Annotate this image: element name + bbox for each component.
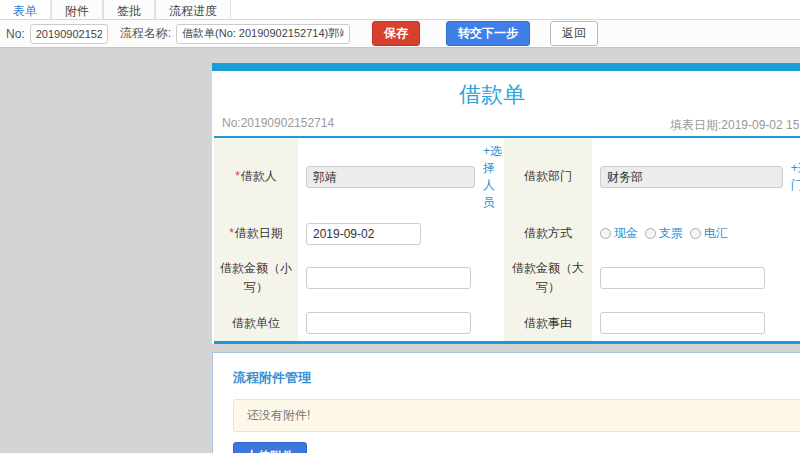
radio-icon (600, 228, 611, 239)
attachments-panel: 流程附件管理 还没有附件! 上传附件 (212, 352, 800, 453)
loan-form-panel: 借款单 No:20190902152714 填表日期:2019-09-02 15… (212, 63, 800, 344)
page-title: 借款单 (212, 71, 772, 116)
loan-reason-input[interactable] (600, 312, 765, 334)
borrower-label: *借款人 (214, 138, 298, 216)
required-mark: * (235, 167, 240, 186)
top-tab-bar: 表单 附件 签批 流程进度 (0, 0, 800, 20)
department-field: +选择部门 (592, 138, 800, 216)
radio-icon (690, 228, 701, 239)
required-mark: * (229, 224, 234, 243)
back-button[interactable]: 返回 (550, 21, 598, 46)
form-meta-row: No:20190902152714 填表日期:2019-09-02 15:27:… (212, 116, 800, 136)
panel-top-accent-bar (212, 63, 800, 71)
save-button[interactable]: 保存 (372, 21, 420, 46)
loan-unit-field (298, 306, 504, 341)
loan-method-field: 现金 支票 电汇 (592, 216, 800, 251)
radio-wire-transfer[interactable]: 电汇 (690, 225, 728, 242)
loan-date-input[interactable] (306, 223, 421, 245)
loan-form-table: *借款人 +选择人员 借款部门 +选择部门 *借款日期 借款方式 现金 (214, 136, 800, 344)
amount-lowercase-input[interactable] (306, 267, 471, 289)
action-toolbar: No: 流程名称: 保存 转交下一步 返回 (0, 20, 800, 48)
tab-attachments[interactable]: 附件 (51, 0, 103, 19)
attachments-heading: 流程附件管理 (233, 369, 800, 387)
process-name-label: 流程名称: (120, 25, 171, 42)
tabbar-spacer (231, 0, 800, 19)
department-input[interactable] (600, 166, 783, 188)
tab-approval[interactable]: 签批 (103, 0, 155, 19)
doc-number: No:20190902152714 (222, 116, 334, 130)
borrower-field: +选择人员 (298, 138, 504, 216)
loan-unit-label: 借款单位 (214, 306, 298, 341)
no-input[interactable] (30, 24, 108, 44)
radio-cheque[interactable]: 支票 (645, 225, 683, 242)
loan-method-label: 借款方式 (504, 216, 592, 251)
process-name-input[interactable] (176, 24, 350, 44)
no-attachments-alert: 还没有附件! (233, 399, 800, 432)
radio-icon (645, 228, 656, 239)
content-area: 借款单 No:20190902152714 填表日期:2019-09-02 15… (0, 48, 800, 453)
select-person-link[interactable]: +选择人员 (483, 143, 502, 211)
borrower-input[interactable] (306, 166, 475, 188)
loan-date-label: *借款日期 (214, 216, 298, 251)
select-department-link[interactable]: +选择部门 (791, 160, 800, 194)
loan-reason-field (592, 306, 800, 341)
amount-uppercase-input[interactable] (600, 267, 765, 289)
tab-process-progress[interactable]: 流程进度 (155, 0, 231, 19)
amount-lowercase-field (298, 251, 504, 305)
forward-next-step-button[interactable]: 转交下一步 (446, 21, 530, 46)
amount-uppercase-field (592, 251, 800, 305)
fill-date: 填表日期:2019-09-02 15:27:1 (670, 117, 800, 134)
panel-stack: 借款单 No:20190902152714 填表日期:2019-09-02 15… (212, 63, 800, 453)
no-label: No: (6, 27, 25, 41)
loan-reason-label: 借款事由 (504, 306, 592, 341)
amount-lowercase-label: 借款金额（小写） (214, 251, 298, 305)
loan-date-field (298, 216, 504, 251)
department-label: 借款部门 (504, 138, 592, 216)
radio-cash[interactable]: 现金 (600, 225, 638, 242)
loan-unit-input[interactable] (306, 312, 471, 334)
tab-form[interactable]: 表单 (0, 0, 51, 19)
upload-attachment-button[interactable]: 上传附件 (233, 442, 307, 453)
amount-uppercase-label: 借款金额（大写） (504, 251, 592, 305)
